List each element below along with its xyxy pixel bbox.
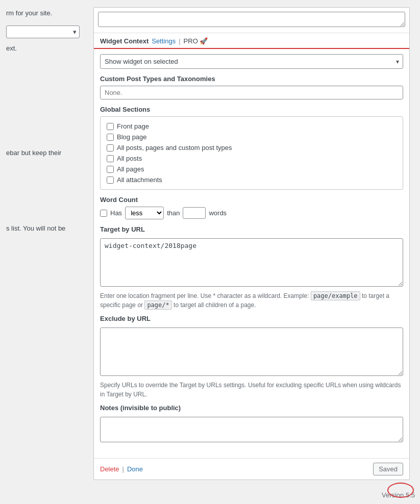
footer-actions: Delete | Done Saved (94, 458, 409, 480)
delete-link[interactable]: Delete (100, 465, 119, 473)
checkbox-all-posts[interactable] (107, 155, 114, 162)
sidebar-text-2: ext. (0, 42, 86, 54)
main-panel: Widget Context Settings | PRO 🚀 Show wid… (93, 7, 410, 480)
cb-row-posts: All posts (107, 153, 397, 164)
less-more-select[interactable]: less more (125, 207, 164, 219)
exclude-by-url-label: Exclude by URL (100, 315, 403, 322)
word-count-label: Word Count (100, 196, 403, 204)
done-link[interactable]: Done (127, 465, 143, 473)
top-textarea[interactable] (98, 12, 405, 27)
help-text-3: to target all children of a page. (174, 301, 256, 309)
show-widget-wrapper: Show widget on selected Hide widget on s… (100, 54, 403, 69)
widget-context-title: Widget Context (100, 37, 149, 45)
code-example-1: page/example (311, 291, 360, 300)
checkbox-blog-page[interactable] (107, 134, 114, 141)
sidebar-select[interactable] (6, 26, 80, 38)
target-by-url-textarea[interactable]: widget-context/2018page (100, 238, 403, 287)
label-blog-page: Blog page (117, 133, 147, 141)
exclude-by-url-textarea[interactable] (100, 327, 403, 376)
settings-link[interactable]: Settings (152, 37, 176, 45)
label-all-attachments: All attachments (117, 176, 162, 184)
custom-post-label: Custom Post Types and Taxonomies (100, 75, 403, 83)
target-by-url-label: Target by URL (100, 225, 403, 233)
header-separator: | (179, 37, 180, 45)
checkbox-all-posts-pages[interactable] (107, 144, 114, 152)
cb-row-pages: All pages (107, 164, 397, 174)
footer-separator: | (122, 465, 124, 473)
exclude-by-url-section: Exclude by URL Specify URLs to override … (100, 315, 403, 399)
checkbox-front-page[interactable] (107, 123, 114, 130)
saved-button[interactable]: Saved (373, 463, 403, 475)
widget-context-header: Widget Context Settings | PRO 🚀 (94, 33, 409, 49)
word-count-section: Word Count Has less more than words (100, 196, 403, 219)
pro-badge: PRO 🚀 (184, 37, 208, 45)
label-all-posts: All posts (117, 155, 142, 162)
label-front-page: Front page (117, 122, 149, 130)
help-text-1: Enter one location fragment per line. Us… (100, 292, 309, 299)
sidebar-text-4: s list. You will not be (0, 221, 86, 236)
word-count-row: Has less more than words (100, 207, 403, 219)
footer-left: Delete | Done (100, 465, 143, 473)
exclude-url-help-text: Specify URLs to override the Target by U… (100, 381, 403, 399)
cb-row-front: Front page (107, 121, 397, 132)
sidebar-text-3: ebar but keep their (0, 146, 86, 161)
code-example-2: page/* (144, 300, 171, 310)
checkbox-all-pages[interactable] (107, 166, 114, 173)
global-sections-box: Front page Blog page All posts, pages an… (100, 116, 403, 190)
cb-row-allposts: All posts, pages and custom post types (107, 142, 397, 153)
custom-post-input[interactable] (100, 86, 403, 99)
version-badge: Version 5.5 (382, 491, 415, 499)
show-widget-select[interactable]: Show widget on selected Hide widget on s… (100, 54, 403, 69)
left-sidebar: rm for your site. ▾ ext. ebar but keep t… (0, 0, 86, 504)
notes-label: Notes (invisible to public) (100, 404, 403, 412)
target-by-url-section: Target by URL widget-context/2018page En… (100, 225, 403, 310)
checkbox-all-attachments[interactable] (107, 177, 114, 184)
words-label: words (209, 209, 227, 217)
target-url-help-text: Enter one location fragment per line. Us… (100, 291, 403, 310)
label-all-pages: All pages (117, 165, 144, 173)
notes-textarea[interactable] (100, 417, 403, 442)
cb-row-attachments: All attachments (107, 174, 397, 185)
cb-row-blog: Blog page (107, 132, 397, 142)
notes-section: Notes (invisible to public) (100, 404, 403, 444)
panel-body: Show widget on selected Hide widget on s… (94, 49, 409, 454)
has-label: Has (110, 209, 122, 217)
sidebar-text-1: rm for your site. (0, 5, 86, 21)
version-text: Version 5.5 (382, 491, 415, 499)
top-textarea-wrapper (94, 8, 409, 33)
global-sections-label: Global Sections (100, 106, 403, 113)
than-label: than (167, 209, 180, 217)
word-count-number-input[interactable] (183, 207, 206, 219)
word-count-checkbox[interactable] (100, 210, 107, 217)
sidebar-dropdown[interactable]: ▾ (6, 26, 80, 38)
label-all-posts-pages: All posts, pages and custom post types (117, 144, 232, 152)
